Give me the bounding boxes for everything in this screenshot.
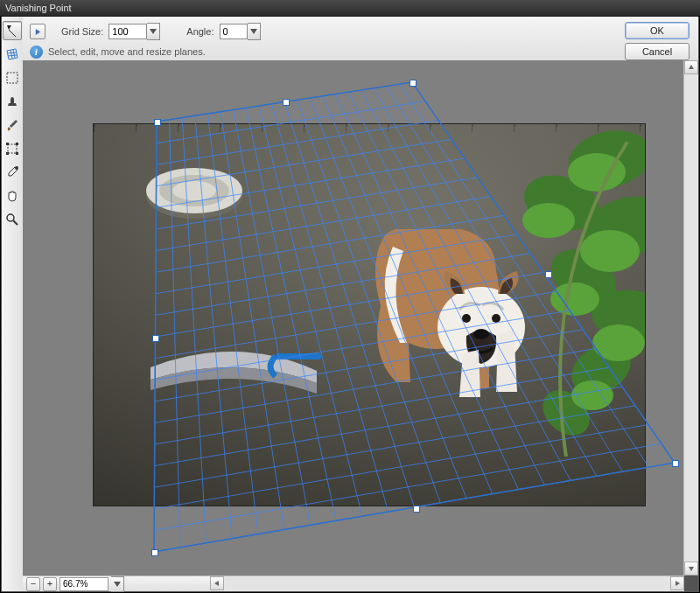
svg-line-4 — [13, 50, 15, 59]
svg-rect-10 — [16, 152, 18, 155]
svg-line-2 — [8, 55, 17, 56]
zoom-in-button[interactable]: + — [43, 577, 57, 591]
plane-handle[interactable] — [413, 506, 420, 513]
hose — [142, 159, 256, 222]
zoom-dropdown[interactable] — [111, 576, 124, 592]
angle-label: Angle: — [186, 26, 214, 37]
transform-tool[interactable] — [3, 139, 22, 158]
angle-dropdown[interactable] — [248, 23, 261, 40]
zoom-bar: − + — [23, 576, 217, 591]
window-title: Vanishing Point — [5, 3, 72, 13]
options-bar: Grid Size: Angle: i Select, edit, move a… — [23, 17, 698, 61]
svg-point-33 — [462, 314, 471, 323]
marquee-tool[interactable] — [3, 68, 22, 87]
svg-line-1 — [8, 52, 17, 53]
svg-point-23 — [580, 230, 640, 272]
plane-handle[interactable] — [152, 335, 159, 342]
stamp-tool[interactable] — [3, 92, 22, 111]
info-icon: i — [30, 45, 43, 59]
vertical-scrollbar[interactable] — [683, 60, 698, 576]
svg-rect-8 — [16, 143, 18, 145]
pool-brush — [146, 343, 330, 413]
hint-text: Select, edit, move and resize planes. — [48, 46, 206, 57]
hand-tool[interactable] — [3, 186, 22, 206]
angle-input[interactable] — [220, 24, 248, 39]
svg-point-25 — [592, 324, 645, 361]
flyout-menu-button[interactable] — [30, 24, 46, 39]
bulldog — [365, 203, 540, 404]
svg-rect-7 — [6, 143, 9, 145]
svg-point-11 — [15, 166, 18, 170]
plane-handle[interactable] — [410, 80, 416, 87]
horizontal-scrollbar[interactable] — [210, 576, 684, 591]
ok-button[interactable]: OK — [625, 22, 690, 39]
svg-point-24 — [550, 283, 599, 316]
svg-point-30 — [172, 181, 216, 200]
vanishing-point-dialog: Vanishing Point — [0, 0, 700, 593]
zoom-input[interactable] — [60, 577, 108, 591]
svg-rect-31 — [276, 353, 321, 359]
tool-strip — [2, 17, 24, 591]
canvas-area[interactable] — [23, 60, 698, 576]
create-plane-tool[interactable] — [3, 45, 22, 64]
plane-handle[interactable] — [283, 99, 290, 106]
plane-handle[interactable] — [672, 460, 679, 467]
titlebar[interactable]: Vanishing Point — [0, 0, 700, 17]
plane-handle[interactable] — [154, 119, 161, 126]
cancel-button[interactable]: Cancel — [625, 43, 690, 60]
grid-size-input[interactable] — [108, 24, 147, 39]
svg-point-12 — [7, 214, 14, 221]
svg-point-26 — [571, 380, 613, 410]
grid-size-dropdown[interactable] — [147, 23, 160, 40]
svg-rect-6 — [8, 144, 17, 153]
svg-line-0 — [9, 30, 16, 37]
scroll-left-button[interactable] — [210, 576, 224, 590]
image[interactable] — [93, 123, 646, 506]
plane-handle[interactable] — [545, 271, 552, 278]
edit-plane-tool[interactable] — [3, 21, 22, 40]
scroll-right-button[interactable] — [670, 576, 684, 590]
zoom-tool[interactable] — [3, 210, 22, 229]
brush-tool[interactable] — [3, 115, 22, 135]
scroll-down-button[interactable] — [684, 562, 698, 576]
svg-rect-9 — [6, 152, 9, 155]
svg-point-35 — [473, 329, 489, 339]
scroll-up-button[interactable] — [684, 60, 698, 74]
svg-rect-5 — [7, 73, 18, 83]
svg-line-13 — [13, 220, 18, 225]
plane-handle[interactable] — [151, 549, 158, 556]
zoom-out-button[interactable]: − — [26, 577, 40, 591]
eyedropper-tool[interactable] — [3, 163, 22, 182]
svg-point-34 — [492, 314, 500, 323]
svg-line-3 — [10, 50, 12, 59]
grid-size-label: Grid Size: — [61, 26, 103, 37]
